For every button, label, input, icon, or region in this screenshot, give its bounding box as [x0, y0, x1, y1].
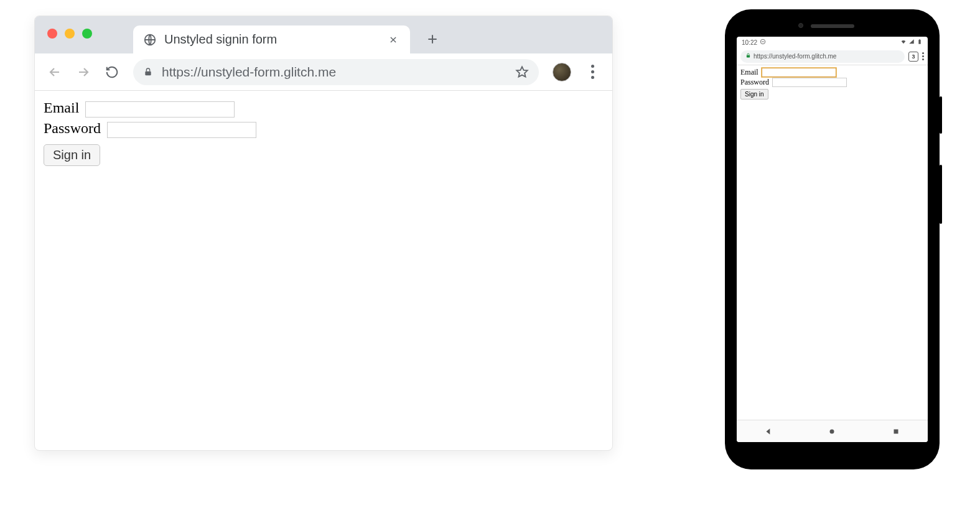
phone-power-button	[940, 96, 942, 134]
mobile-signin-button[interactable]: Sign in	[740, 89, 768, 99]
password-label: Password	[44, 120, 101, 136]
svg-rect-3	[918, 40, 920, 44]
lock-icon	[143, 67, 153, 77]
page-content: Email Password Sign in	[35, 91, 612, 175]
status-time: 10:22	[742, 39, 757, 46]
svg-rect-5	[747, 55, 750, 58]
mobile-email-row: Email	[740, 68, 924, 77]
nav-recent-button[interactable]	[892, 427, 900, 436]
mobile-email-label: Email	[740, 68, 758, 76]
tab-switcher-button[interactable]: 3	[908, 52, 918, 62]
svg-point-6	[830, 429, 834, 433]
globe-icon	[143, 33, 157, 47]
signin-button[interactable]: Sign in	[44, 144, 100, 166]
back-button[interactable]	[47, 65, 62, 80]
mobile-menu-button[interactable]	[922, 52, 924, 60]
minimize-window-button[interactable]	[65, 29, 75, 39]
do-not-disturb-icon	[760, 39, 766, 46]
mobile-email-input[interactable]	[762, 68, 836, 77]
svg-rect-4	[919, 39, 920, 40]
profile-avatar[interactable]	[553, 63, 571, 81]
svg-rect-1	[145, 71, 151, 75]
email-row: Email	[44, 99, 604, 118]
mobile-url-text: https://unstyled-form.glitch.me	[754, 53, 836, 60]
lock-icon	[745, 53, 751, 60]
browser-tab[interactable]: Unstyled signin form	[133, 25, 410, 53]
close-window-button[interactable]	[47, 29, 57, 39]
tab-title: Unstyled signin form	[164, 32, 381, 47]
mobile-password-label: Password	[740, 78, 769, 86]
phone-volume-button	[940, 165, 942, 224]
email-input[interactable]	[85, 101, 235, 118]
browser-menu-button[interactable]	[585, 65, 600, 79]
url-text: https://unstyled-form.glitch.me	[162, 65, 506, 80]
status-bar: 10:22	[737, 37, 928, 48]
phone-camera	[798, 23, 803, 28]
desktop-browser-window: Unstyled signin form https://unstyled-fo…	[34, 16, 613, 451]
phone-speaker	[811, 24, 854, 28]
mobile-page-content: Email Password Sign in	[737, 65, 928, 102]
android-navbar	[737, 420, 928, 442]
password-row: Password	[44, 120, 604, 138]
mobile-screen: 10:22	[737, 37, 928, 442]
mobile-password-input[interactable]	[772, 78, 847, 87]
mobile-address-bar[interactable]: https://unstyled-form.glitch.me	[740, 50, 905, 63]
bookmark-star-icon[interactable]	[515, 65, 529, 79]
new-tab-button[interactable]	[421, 28, 444, 50]
window-controls	[47, 29, 92, 39]
password-input[interactable]	[107, 122, 256, 138]
nav-back-button[interactable]	[764, 427, 773, 436]
svg-rect-7	[894, 429, 898, 433]
forward-button[interactable]	[76, 65, 91, 80]
browser-toolbar: https://unstyled-form.glitch.me	[35, 53, 612, 91]
maximize-window-button[interactable]	[82, 29, 92, 39]
mobile-device-frame: 10:22	[725, 9, 940, 469]
address-bar[interactable]: https://unstyled-form.glitch.me	[133, 59, 539, 85]
close-tab-icon[interactable]	[389, 35, 398, 44]
email-label: Email	[44, 99, 79, 116]
signal-icon	[908, 39, 915, 46]
mobile-browser-toolbar: https://unstyled-form.glitch.me 3	[737, 48, 928, 65]
wifi-icon	[900, 39, 907, 46]
battery-icon	[917, 39, 923, 46]
tab-strip: Unstyled signin form	[35, 16, 612, 53]
nav-home-button[interactable]	[828, 427, 836, 436]
mobile-password-row: Password	[740, 78, 924, 87]
reload-button[interactable]	[105, 65, 119, 80]
